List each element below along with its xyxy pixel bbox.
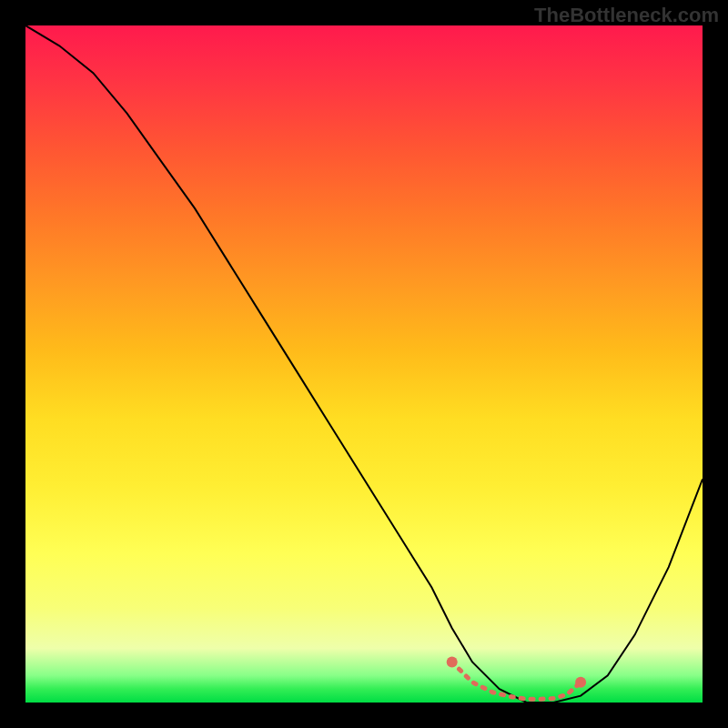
chart-svg xyxy=(25,25,703,703)
marker-endpoint xyxy=(575,677,586,688)
highlight-markers xyxy=(447,656,586,699)
marker-endpoint xyxy=(447,656,458,667)
marker-dash-line xyxy=(452,662,581,699)
bottleneck-curve-path xyxy=(25,25,703,703)
chart-plot-area xyxy=(25,25,703,703)
watermark-text: TheBottleneck.com xyxy=(534,4,719,27)
